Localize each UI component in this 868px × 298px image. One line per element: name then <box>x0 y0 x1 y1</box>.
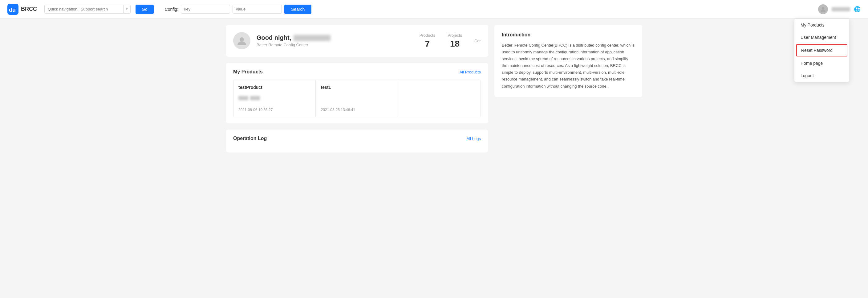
svg-point-3 <box>240 37 244 42</box>
operation-log-section: Operation Log All Logs <box>226 130 488 153</box>
username-display <box>832 7 850 11</box>
operation-log-header: Operation Log All Logs <box>233 136 481 141</box>
logo: du BRCC <box>7 4 37 15</box>
greeting-name: Good night, <box>256 34 413 41</box>
config-value-input[interactable] <box>232 5 282 13</box>
chevron-down-icon[interactable]: ▾ <box>123 5 130 13</box>
product-name-0: testProduct <box>239 85 310 90</box>
globe-icon[interactable]: 🌐 <box>854 6 861 12</box>
products-section-header: My Products All Products <box>233 69 481 75</box>
username-blur <box>293 35 331 41</box>
config-label: Config: <box>165 7 178 12</box>
dropdown-item-logout[interactable]: Logout <box>795 70 849 82</box>
header-right: 🌐 <box>818 4 861 14</box>
dropdown-item-user-management[interactable]: User Management <box>795 31 849 44</box>
stat-products-label: Products <box>420 33 435 38</box>
dropdown-item-reset-password[interactable]: Reset Password <box>796 44 847 56</box>
product-card-0: testProduct 2021-08-06 19:36:27 <box>234 80 316 117</box>
products-section: My Products All Products testProduct 202… <box>226 63 488 124</box>
left-panel: Good night, Better Remote Config Center … <box>226 25 488 159</box>
dropdown-item-home-page[interactable]: Home page <box>795 57 849 70</box>
dropdown-item-my-products[interactable]: My Porducts <box>795 19 849 31</box>
stat-products-value: 7 <box>420 39 435 49</box>
product-card-1: test1 2021-03-25 13:46:41 <box>316 80 398 117</box>
search-button[interactable]: Search <box>284 5 311 14</box>
stat-cor: Cor <box>474 38 481 43</box>
stat-projects-value: 18 <box>447 39 462 49</box>
stat-cor-label: Cor <box>474 38 481 43</box>
config-key-input[interactable] <box>181 5 230 13</box>
stats-section: Products 7 Projects 18 Cor <box>420 33 481 49</box>
product-grid: testProduct 2021-08-06 19:36:27 test1 20… <box>233 80 481 117</box>
product-tags-0 <box>239 96 310 100</box>
product-card-2 <box>398 80 480 117</box>
stat-products: Products 7 <box>420 33 435 49</box>
introduction-title: Introduction <box>502 32 635 38</box>
svg-point-2 <box>822 7 824 9</box>
products-section-title: My Products <box>233 69 263 75</box>
greeting-subtitle: Better Remote Config Center <box>256 43 413 47</box>
logo-icon: du <box>7 4 19 15</box>
product-date-0: 2021-08-06 19:36:27 <box>239 108 310 112</box>
greeting-avatar <box>233 32 250 49</box>
product-date-1: 2021-03-25 13:46:41 <box>321 108 393 112</box>
product-tag-0b <box>250 96 260 100</box>
product-tag-0a <box>239 96 248 100</box>
stat-projects-label: Projects <box>447 33 462 38</box>
greeting-card: Good night, Better Remote Config Center … <box>226 25 488 57</box>
app-header: du BRCC ▾ Go Config: Search 🌐 <box>0 0 868 19</box>
introduction-card: Introduction Better Remote Config Center… <box>494 25 642 97</box>
operation-log-title: Operation Log <box>233 136 267 141</box>
user-dropdown-menu: My Porducts User Management Reset Passwo… <box>794 19 849 82</box>
right-panel: Introduction Better Remote Config Center… <box>494 25 642 159</box>
svg-text:du: du <box>9 7 16 13</box>
nav-search-input[interactable] <box>45 5 123 13</box>
product-name-1: test1 <box>321 85 393 90</box>
stat-projects: Projects 18 <box>447 33 462 49</box>
introduction-text: Better Remote Config Center(BRCC) is a d… <box>502 42 635 90</box>
all-logs-link[interactable]: All Logs <box>467 136 481 141</box>
config-section: Config: Search <box>165 5 312 14</box>
nav-search-container: ▾ <box>44 5 131 13</box>
logo-text: BRCC <box>21 6 37 12</box>
go-button[interactable]: Go <box>135 5 154 14</box>
greeting-info: Good night, Better Remote Config Center <box>256 34 413 47</box>
all-products-link[interactable]: All Products <box>460 70 481 74</box>
avatar <box>818 4 828 14</box>
main-content: Good night, Better Remote Config Center … <box>218 19 650 165</box>
